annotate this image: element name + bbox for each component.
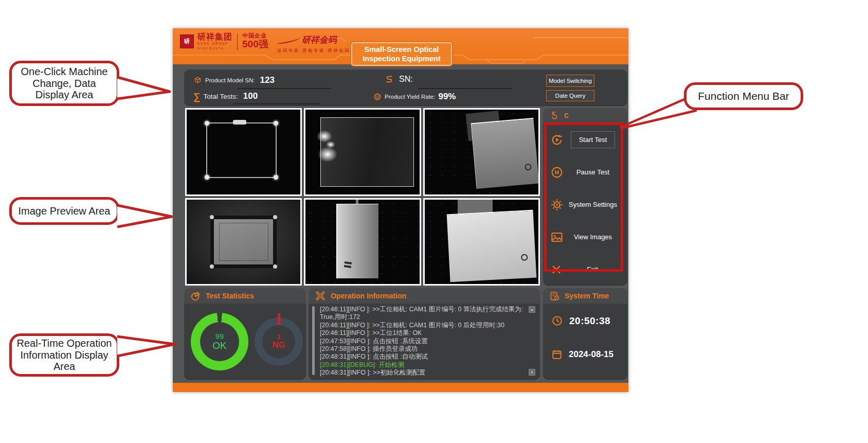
logo-group-name: 研祥集团 (197, 33, 232, 41)
callout-operation-info: Real-Time Operation Information Display … (9, 333, 119, 377)
log-line: [20:46:11][INFO ]: >>工位相机: CAM1 图片编号: 0 … (320, 322, 526, 329)
scroll-down-icon[interactable]: ▼ (529, 369, 535, 376)
total-tests-field: ∑ Total Tests: 100 (193, 91, 258, 101)
logo-tagline: 读码专家·屏检专家·研祥金码 (277, 48, 351, 54)
sigma-icon: ∑ (193, 92, 201, 101)
image-preview-area (185, 108, 540, 286)
app-title-line2: Inspection Equipment (363, 54, 440, 63)
menu-item-system-settings[interactable]: System Settings (543, 188, 627, 221)
x-icon (550, 263, 563, 276)
total-tests-underline (233, 103, 320, 104)
inspected-part (336, 204, 378, 278)
yield-rate-field: Product Yield Rate: 99% (373, 92, 456, 102)
inspected-part (471, 118, 538, 189)
date-row: 2024-08-15 (551, 349, 613, 360)
header-banner: 研 研祥集团 EVOC GROUP SINCE1979 中国企业 500强 研祥… (173, 28, 628, 64)
preview-image-cam4[interactable] (185, 198, 302, 286)
logo: 研 研祥集团 EVOC GROUP SINCE1979 中国企业 500强 研祥… (180, 33, 350, 54)
pie-chart-icon (190, 291, 201, 302)
function-menu-panel: C Start Test Pause Test (543, 108, 627, 286)
log-line: [20:48:31][INFO ]: 点击按钮 :自动测试 (320, 353, 526, 361)
preview-image-cam2[interactable] (304, 108, 421, 196)
function-menu-items: Start Test Pause Test System Settings (543, 123, 627, 286)
operation-information-panel: Operation Information [20:46:11][INFO ]:… (309, 288, 540, 380)
inspected-part (206, 122, 277, 179)
app-window: 研 研祥集团 EVOC GROUP SINCE1979 中国企业 500强 研祥… (173, 28, 628, 392)
logo-rank-line2: 500强 (242, 39, 268, 49)
calendar-icon (551, 349, 563, 360)
ng-label: NG (272, 341, 285, 350)
ok-count: 99 (215, 332, 224, 341)
log-line: [20:46:11][INFO ]: >>工位1结果: OK (320, 329, 526, 337)
logo-brand-script: 研祥金码 (302, 35, 337, 45)
picture-icon (550, 231, 564, 244)
system-time-title: System Time (565, 292, 609, 300)
inspected-part (447, 210, 537, 282)
view-images-label: View Images (564, 233, 627, 241)
scroll-up-icon[interactable]: ▲ (529, 306, 535, 313)
page: 研 研祥集团 EVOC GROUP SINCE1979 中国企业 500强 研祥… (0, 0, 868, 443)
sn-field: SN: (384, 74, 418, 84)
log-lines: [20:46:11][INFO ]: >>工位相机: CAM1 图片编号: 0 … (320, 306, 526, 377)
log-scrollbar[interactable] (312, 306, 315, 375)
logo-group-sub: EVOC GROUP (197, 42, 232, 46)
function-menu-header-label: C (564, 112, 569, 119)
ng-count: 1 (277, 333, 280, 341)
flow-link-icon (384, 74, 394, 84)
test-statistics-panel: Test Statistics 99 OK 1 NG (184, 288, 306, 380)
sn-label: SN: (399, 75, 413, 84)
cube-icon (193, 76, 202, 85)
menu-item-start-test[interactable]: Start Test (543, 123, 627, 156)
preview-image-cam3[interactable] (423, 108, 540, 196)
logo-swash-decoration (277, 36, 301, 44)
total-tests-label: Total Tests: (204, 93, 238, 100)
logo-mark-icon: 研 (180, 34, 194, 48)
menu-item-exit[interactable]: Exit (543, 253, 627, 286)
exit-label: Exit (563, 265, 627, 273)
system-settings-label: System Settings (564, 201, 627, 208)
restart-play-icon (550, 133, 564, 147)
pause-circle-icon (550, 166, 564, 179)
preview-image-cam6[interactable] (423, 198, 540, 286)
preview-image-cam5[interactable] (304, 198, 421, 286)
logo-since: SINCE1979 (197, 47, 232, 50)
callout-data-area: One-Click Machine Change, Data Display A… (9, 61, 119, 106)
log-line: [20:48:31][INFO ]: >>初始化检测配置 (320, 369, 526, 377)
logo-divider (237, 34, 238, 50)
log-line-debug: [20:48:31][DEBUG]: 开始检测 (320, 361, 526, 369)
menu-item-pause-test[interactable]: Pause Test (543, 156, 627, 188)
test-statistics-header: Test Statistics (184, 288, 306, 304)
menu-item-view-images[interactable]: View Images (543, 221, 627, 253)
function-menu-header: C (543, 108, 627, 123)
doc-clock-icon (549, 291, 560, 302)
operation-information-header: Operation Information (309, 288, 540, 304)
data-display-panel: Product Model SN: 123 ∑ Total Tests: 100… (184, 69, 627, 106)
log-line: [20:47:58][INFO ]: 操作员登录成功 (320, 345, 526, 353)
product-model-field: Product Model SN: 123 (193, 75, 275, 85)
system-time-header: System Time (543, 288, 627, 304)
preview-image-cam1[interactable] (185, 108, 302, 196)
pause-test-label: Pause Test (564, 168, 627, 176)
date-query-button[interactable]: Date Query (546, 90, 594, 101)
ok-label: OK (212, 341, 226, 351)
model-switching-button[interactable]: Model Switching (546, 75, 594, 87)
callout-image-preview: Image Preview Area (9, 197, 119, 225)
inspected-part (320, 117, 414, 187)
product-model-underline (238, 88, 331, 89)
gear-icon (550, 198, 564, 211)
yield-rate-value: 99% (438, 92, 456, 102)
current-time: 20:50:38 (569, 315, 610, 327)
ng-donut-chart: 1 NG (255, 317, 303, 366)
log-scroll-area[interactable]: [20:46:11][INFO ]: >>工位相机: CAM1 图片编号: 0 … (311, 304, 538, 378)
yield-rate-label: Product Yield Rate: (385, 94, 435, 100)
log-line: [20:46:11][INFO ]: >>工位相机: CAM1 图片编号: 0 … (320, 306, 526, 322)
bottom-strip (173, 383, 628, 392)
logo-group-block: 研祥集团 EVOC GROUP SINCE1979 (197, 33, 232, 50)
operation-information-title: Operation Information (331, 292, 406, 300)
crossed-tools-icon (315, 290, 326, 302)
logo-rank-block: 中国企业 500强 (242, 33, 268, 49)
start-test-label: Start Test (571, 131, 616, 148)
sn-underline (418, 88, 512, 89)
logo-brand-block: 研祥金码 读码专家·屏检专家·研祥金码 (277, 34, 351, 54)
app-title-line1: Small-Screen Optical (364, 45, 439, 54)
